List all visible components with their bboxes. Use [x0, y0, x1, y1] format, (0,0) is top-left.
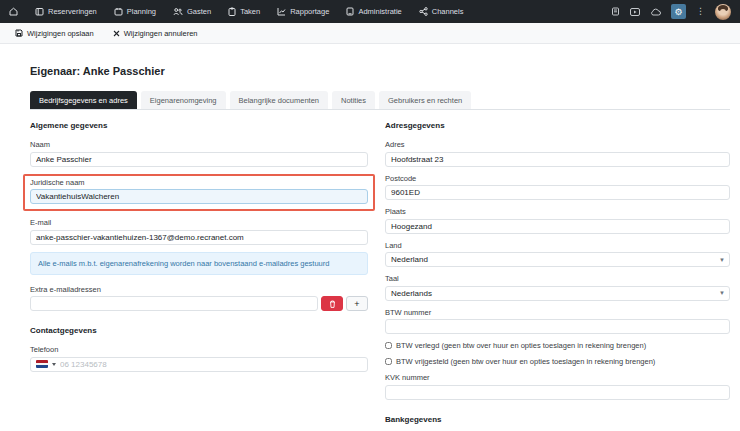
btw-vrijgesteld-label: BTW vrijgesteld (geen btw over huur en o…	[396, 357, 655, 366]
section-algemene-gegevens: Algemene gegevens Naam Juridische naam E…	[30, 121, 368, 431]
btw-verlegd-checkbox-row: BTW verlegd (geen btw over huur en optie…	[385, 341, 730, 350]
top-navbar: Reserveringen Planning Gasten Taken Rapp…	[0, 0, 740, 23]
plaats-label: Plaats	[385, 207, 730, 216]
save-icon	[15, 29, 23, 37]
section-title: Algemene gegevens	[30, 121, 368, 130]
trash-icon	[329, 300, 336, 308]
adres-label: Adres	[385, 140, 730, 149]
administration-icon	[346, 7, 354, 16]
section-title: Bankgegevens	[385, 415, 730, 424]
tab-bedrijfsgegevens-en-adres[interactable]: Bedrijfsgegevens en adres	[30, 91, 137, 109]
save-button-label: Wijzigingen opslaan	[27, 29, 94, 38]
btw-nummer-label: BTW nummer	[385, 308, 730, 317]
nav-item-administratie[interactable]: Administratie	[346, 7, 401, 16]
tab-eigenarenomgeving[interactable]: Eigenarenomgeving	[141, 91, 226, 109]
cancel-button[interactable]: Wijzigingen annuleren	[113, 29, 198, 38]
nav-item-label: Taken	[240, 7, 260, 16]
tasks-icon	[228, 7, 236, 16]
close-icon	[113, 30, 120, 37]
chevron-down-icon[interactable]	[52, 363, 56, 366]
save-button[interactable]: Wijzigingen opslaan	[15, 29, 94, 38]
planning-icon	[114, 7, 123, 16]
nav-item-label: Reserveringen	[48, 7, 97, 16]
extra-emailadressen-label: Extra e-mailadressen	[30, 285, 368, 294]
nav-item-label: Administratie	[358, 7, 401, 16]
chevron-down-icon: ▼	[719, 290, 725, 296]
section-contactgegevens: Contactgegevens Telefoon	[30, 326, 368, 372]
nav-item-taken[interactable]: Taken	[228, 7, 260, 16]
postcode-input[interactable]	[385, 185, 730, 200]
nav-item-reserveringen[interactable]: Reserveringen	[35, 7, 97, 16]
kebab-menu-icon[interactable]: ⋮	[696, 7, 705, 16]
land-select-value: Nederland	[391, 255, 428, 264]
btw-vrijgesteld-checkbox[interactable]	[385, 358, 392, 365]
tab-bar: Bedrijfsgegevens en adres Eigenarenomgev…	[30, 91, 730, 110]
naam-label: Naam	[30, 140, 368, 149]
section-title: Contactgegevens	[30, 326, 368, 335]
naam-input[interactable]	[30, 152, 368, 167]
nav-item-label: Gasten	[187, 7, 211, 16]
nav-item-planning[interactable]: Planning	[114, 7, 156, 16]
nav-item-channels[interactable]: Channels	[419, 7, 464, 16]
cloud-icon[interactable]	[650, 8, 661, 16]
reports-icon	[277, 7, 286, 16]
home-icon[interactable]	[9, 7, 18, 16]
telefoon-input[interactable]	[60, 360, 362, 369]
btw-verlegd-checkbox[interactable]	[385, 342, 392, 349]
btw-verlegd-label: BTW verlegd (geen btw over huur en optie…	[396, 341, 646, 350]
video-icon[interactable]	[630, 8, 640, 16]
nav-item-rapportage[interactable]: Rapportage	[277, 7, 329, 16]
telefoon-field	[30, 357, 368, 372]
guests-icon	[173, 7, 183, 16]
email-label: E-mail	[30, 218, 368, 227]
gear-icon[interactable]: ⚙	[671, 4, 686, 19]
tab-gebruikers-en-rechten[interactable]: Gebruikers en rechten	[379, 91, 471, 109]
land-select[interactable]: Nederland ▼	[385, 252, 730, 267]
section-title: Adresgegevens	[385, 121, 730, 130]
kvk-nummer-label: KVK nummer	[385, 373, 730, 382]
chevron-down-icon: ▼	[719, 257, 725, 263]
email-info-alert: Alle e-mails m.b.t. eigenarenafrekening …	[30, 252, 368, 275]
delete-email-button[interactable]	[321, 296, 343, 311]
telefoon-label: Telefoon	[30, 345, 368, 354]
kvk-nummer-input[interactable]	[385, 385, 730, 400]
reservations-icon	[35, 7, 44, 16]
netherlands-flag-icon[interactable]	[36, 360, 48, 368]
tab-belangrijke-documenten[interactable]: Belangrijke documenten	[230, 91, 328, 109]
nav-item-gasten[interactable]: Gasten	[173, 7, 211, 16]
nav-item-label: Rapportage	[290, 7, 329, 16]
navbar-utilities: ⚙ ⋮	[611, 4, 731, 20]
taal-select-value: Nederlands	[391, 289, 432, 298]
section-adresgegevens: Adresgegevens Adres Postcode Plaats Land…	[385, 121, 730, 431]
juridische-naam-input[interactable]	[30, 189, 368, 204]
avatar[interactable]	[715, 4, 731, 20]
land-label: Land	[385, 241, 730, 250]
btw-vrijgesteld-checkbox-row: BTW vrijgesteld (geen btw over huur en o…	[385, 357, 730, 366]
nav-item-label: Channels	[432, 7, 464, 16]
cancel-button-label: Wijzigingen annuleren	[124, 29, 198, 38]
extra-email-input[interactable]	[30, 296, 318, 311]
plaats-input[interactable]	[385, 219, 730, 234]
channels-icon	[419, 7, 428, 16]
annotation-highlight: Juridische naam	[23, 174, 375, 212]
docs-icon[interactable]	[611, 7, 620, 16]
btw-nummer-input[interactable]	[385, 319, 730, 334]
taal-label: Taal	[385, 274, 730, 283]
adres-input[interactable]	[385, 152, 730, 167]
juridische-naam-label: Juridische naam	[30, 178, 368, 187]
taal-select[interactable]: Nederlands ▼	[385, 286, 730, 301]
section-bankgegevens: Bankgegevens IBAN	[385, 415, 730, 431]
navbar-menu: Reserveringen Planning Gasten Taken Rapp…	[9, 7, 611, 16]
postcode-label: Postcode	[385, 174, 730, 183]
page-title: Eigenaar: Anke Passchier	[30, 65, 730, 77]
email-input[interactable]	[30, 230, 368, 245]
action-toolbar: Wijzigingen opslaan Wijzigingen annulere…	[0, 23, 740, 44]
page-content: Eigenaar: Anke Passchier Bedrijfsgegeven…	[0, 65, 740, 431]
add-email-button[interactable]: +	[346, 296, 368, 311]
tab-notities[interactable]: Notities	[332, 91, 375, 109]
nav-item-label: Planning	[127, 7, 156, 16]
